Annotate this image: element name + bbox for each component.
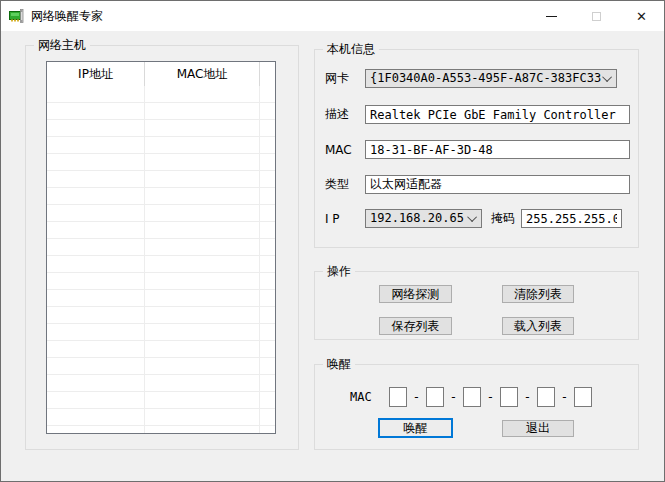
close-icon: ✕ <box>636 10 647 23</box>
mac-label: MAC <box>325 143 365 157</box>
minimize-button[interactable] <box>529 1 574 31</box>
mac-separator: - <box>555 390 574 404</box>
hosts-list-header: IP地址 MAC地址 <box>47 62 275 86</box>
wake-mac-label: MAC <box>350 390 376 404</box>
maximize-button <box>574 1 619 31</box>
type-field[interactable] <box>365 175 630 194</box>
column-divider <box>259 86 260 433</box>
chevron-down-icon <box>602 72 612 82</box>
wake-mac-input-2[interactable] <box>426 387 444 407</box>
hosts-list-body[interactable] <box>47 86 275 433</box>
mac-separator: - <box>444 390 463 404</box>
clear-list-button[interactable]: 清除列表 <box>502 285 574 303</box>
close-button[interactable]: ✕ <box>619 1 664 31</box>
description-label: 描述 <box>325 106 365 123</box>
mac-separator: - <box>481 390 500 404</box>
column-divider <box>144 86 145 433</box>
wake-button[interactable]: 唤醒 <box>378 418 453 438</box>
operations-group: 操作 网络探测 清除列表 保存列表 载入列表 <box>314 271 639 340</box>
hosts-listview[interactable]: IP地址 MAC地址 <box>46 61 276 434</box>
save-list-button[interactable]: 保存列表 <box>379 317 452 335</box>
adapter-value: {1F0340A0-A553-495F-A87C-383FC3379F0D} <box>370 70 601 87</box>
type-label: 类型 <box>325 176 365 193</box>
load-list-button[interactable]: 载入列表 <box>502 317 574 335</box>
adapter-row: 网卡 {1F0340A0-A553-495F-A87C-383FC3379F0D… <box>325 69 630 88</box>
wake-title: 唤醒 <box>323 356 355 372</box>
local-info-title: 本机信息 <box>323 41 379 57</box>
ip-value: 192.168.20.65 <box>370 210 464 227</box>
maximize-icon <box>592 12 601 21</box>
wake-mac-input-3[interactable] <box>463 387 481 407</box>
column-header-ip[interactable]: IP地址 <box>47 62 145 86</box>
chevron-down-icon <box>467 212 477 222</box>
network-hosts-title: 网络主机 <box>34 37 90 53</box>
wake-mac-row: MAC - - - - - <box>350 387 592 407</box>
ip-dropdown[interactable]: 192.168.20.65 <box>365 209 482 228</box>
operations-title: 操作 <box>323 263 355 279</box>
app-window: 网络唤醒专家 ✕ 网络主机 IP地址 MAC地址 本机信息 网卡 { <box>0 0 665 482</box>
mac-separator: - <box>518 390 537 404</box>
description-row: 描述 <box>325 105 630 124</box>
network-card-icon <box>9 8 25 24</box>
description-field[interactable] <box>365 105 630 124</box>
wake-mac-input-4[interactable] <box>500 387 518 407</box>
type-row: 类型 <box>325 175 630 194</box>
column-header-mac[interactable]: MAC地址 <box>145 62 260 86</box>
adapter-dropdown[interactable]: {1F0340A0-A553-495F-A87C-383FC3379F0D} <box>365 69 617 88</box>
network-probe-button[interactable]: 网络探测 <box>379 285 452 303</box>
minimize-icon <box>546 16 557 17</box>
network-hosts-group: 网络主机 IP地址 MAC地址 <box>25 45 299 450</box>
ip-row: I P 192.168.20.65 掩码 <box>325 209 630 228</box>
window-title: 网络唤醒专家 <box>31 8 103 25</box>
mask-field[interactable] <box>521 209 622 228</box>
mask-label: 掩码 <box>491 210 515 227</box>
wake-group: 唤醒 MAC - - - - - 唤醒 退出 <box>314 364 639 450</box>
adapter-label: 网卡 <box>325 70 365 87</box>
ip-label: I P <box>325 212 365 226</box>
mac-separator: - <box>407 390 426 404</box>
window-controls: ✕ <box>529 1 664 31</box>
exit-button[interactable]: 退出 <box>502 420 574 437</box>
mac-field[interactable] <box>365 140 630 159</box>
wake-mac-input-1[interactable] <box>389 387 407 407</box>
wake-mac-input-5[interactable] <box>537 387 555 407</box>
mac-row: MAC <box>325 140 630 159</box>
titlebar: 网络唤醒专家 ✕ <box>1 1 664 31</box>
local-info-group: 本机信息 网卡 {1F0340A0-A553-495F-A87C-383FC33… <box>314 49 639 248</box>
column-header-extra <box>260 62 275 86</box>
wake-mac-input-6[interactable] <box>574 387 592 407</box>
